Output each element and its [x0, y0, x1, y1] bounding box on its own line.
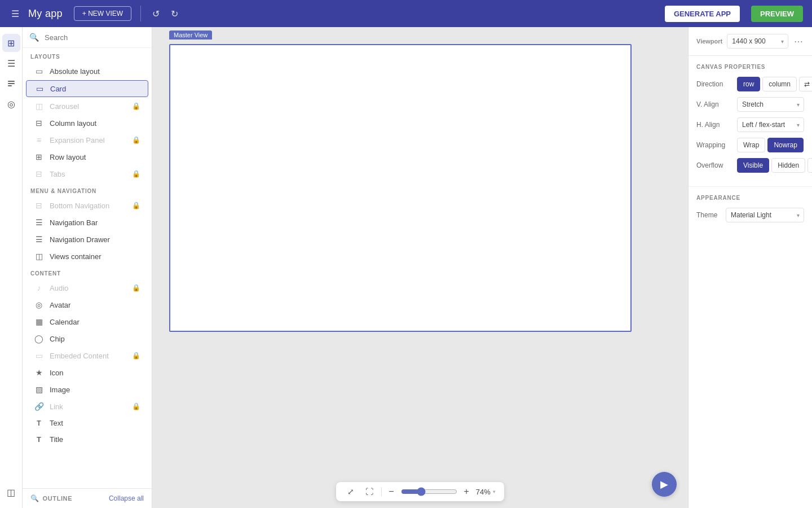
direction-row-button[interactable]: row: [737, 77, 760, 91]
search-input[interactable]: [42, 33, 145, 42]
preview-button[interactable]: PREVIEW: [751, 6, 803, 22]
redo-button[interactable]: ↻: [169, 6, 180, 21]
absolute-layout-icon: ▭: [34, 67, 44, 76]
v-align-select[interactable]: Stretch Start Center End: [737, 97, 804, 112]
component-chip[interactable]: ◯ Chip: [26, 331, 148, 347]
component-bottom-navigation: ⊟ Bottom Navigation 🔒: [26, 198, 148, 213]
master-view-label: Master View: [169, 30, 212, 40]
embedded-content-icon: ▭: [34, 351, 44, 360]
icon-bar-bottom: ◫: [2, 483, 20, 501]
card-label: Card: [50, 85, 140, 93]
component-embedded-content: ▭ Embeded Content 🔒: [26, 348, 148, 364]
right-panel: Viewport 812 x 508 1280 x 800 1920 x 10…: [688, 27, 812, 508]
component-card[interactable]: ▭ Card: [26, 80, 148, 97]
text-icon: T: [34, 419, 44, 427]
navigation-drawer-label: Navigation Drawer: [50, 235, 140, 244]
h-align-label: H. Align: [696, 121, 737, 129]
zoom-expand-button[interactable]: ⤢: [344, 486, 358, 497]
column-layout-label: Column layout: [50, 119, 140, 128]
layers-bottom-icon[interactable]: ◫: [2, 483, 20, 501]
zoom-out-button[interactable]: −: [386, 485, 396, 498]
chip-icon: ◯: [34, 334, 44, 343]
direction-label: Direction: [696, 80, 737, 88]
nowrap-button[interactable]: Nowrap: [767, 138, 803, 152]
component-image[interactable]: ▨ Image: [26, 382, 148, 397]
direction-column-button[interactable]: column: [762, 77, 797, 91]
title-label: Title: [50, 435, 140, 444]
h-align-select[interactable]: Left / flex-start Center Right / flex-en…: [737, 117, 804, 132]
image-label: Image: [50, 386, 140, 394]
menu-icon[interactable]: ☰: [9, 6, 21, 21]
generate-app-button[interactable]: GENERATE APP: [665, 6, 740, 22]
embedded-content-label: Embeded Content: [50, 352, 126, 360]
master-view-canvas[interactable]: [169, 44, 632, 332]
component-absolute-layout[interactable]: ▭ Absolute layout: [26, 63, 148, 79]
views-container-label: Views container: [50, 252, 140, 261]
icon-icon: ★: [34, 368, 44, 377]
menu-nav-section-header: MENU & NAVIGATION: [23, 182, 152, 197]
v-align-row: V. Align Stretch Start Center End ▾: [696, 97, 804, 112]
zoom-slider[interactable]: [401, 487, 457, 496]
viewport-select[interactable]: 812 x 508 1280 x 800 1920 x 1080: [727, 34, 788, 49]
component-icon[interactable]: ★ Icon: [26, 365, 148, 380]
outline-label: 🔍 OUTLINE: [30, 494, 72, 502]
theme-select[interactable]: Material Light Material Dark iOS: [726, 208, 804, 222]
direction-buttons: row column ⇄: [737, 77, 812, 91]
chip-label: Chip: [50, 335, 140, 343]
zoom-fullscreen-button[interactable]: ⛶: [362, 486, 377, 497]
component-audio: ♪ Audio 🔒: [26, 280, 148, 296]
zoom-in-button[interactable]: +: [462, 485, 471, 498]
play-button[interactable]: ▶: [652, 472, 677, 497]
topbar-divider: [140, 6, 141, 21]
direction-swap-button[interactable]: ⇄: [799, 77, 812, 91]
overflow-auto-button[interactable]: Auto: [807, 158, 812, 173]
component-expansion-panel: ≡ Expansion Panel 🔒: [26, 132, 148, 148]
tabs-label: Tabs: [50, 170, 126, 178]
zoom-value: 74% ▾: [476, 488, 496, 496]
theme-icon[interactable]: ◎: [2, 95, 20, 113]
viewport-more-button[interactable]: ⋯: [793, 35, 804, 48]
search-icon: 🔍: [29, 33, 39, 42]
wrap-button[interactable]: Wrap: [737, 138, 765, 152]
icon-label: Icon: [50, 369, 140, 377]
avatar-icon: ◎: [34, 300, 44, 309]
canvas-properties-title: CANVAS PROPERTIES: [696, 64, 804, 70]
component-carousel: ◫ Carousel 🔒: [26, 98, 148, 114]
bottom-nav-lock-icon: 🔒: [132, 202, 140, 209]
collapse-all-link[interactable]: Collapse all: [109, 494, 144, 502]
overflow-visible-button[interactable]: Visible: [737, 158, 769, 173]
undo-button[interactable]: ↺: [150, 6, 162, 21]
data-icon[interactable]: [2, 75, 20, 93]
theme-select-wrapper: Material Light Material Dark iOS ▾: [726, 208, 804, 222]
wrapping-buttons: Wrap Nowrap: [737, 138, 804, 152]
carousel-label: Carousel: [50, 102, 126, 111]
card-icon: ▭: [34, 84, 45, 93]
search-bar: 🔍: [23, 27, 152, 48]
component-column-layout[interactable]: ⊟ Column layout: [26, 115, 148, 131]
absolute-layout-label: Absolute layout: [50, 67, 140, 76]
component-calendar[interactable]: ▦ Calendar: [26, 314, 148, 330]
component-title[interactable]: T Title: [26, 432, 148, 447]
component-views-container[interactable]: ◫ Views container: [26, 248, 148, 264]
component-avatar[interactable]: ◎ Avatar: [26, 297, 148, 313]
bottom-nav-icon: ⊟: [34, 201, 44, 210]
component-navigation-bar[interactable]: ☰ Navigation Bar: [26, 214, 148, 230]
direction-row: Direction row column ⇄: [696, 77, 804, 91]
component-row-layout[interactable]: ⊞ Row layout: [26, 149, 148, 165]
expansion-panel-label: Expansion Panel: [50, 136, 126, 144]
components-icon[interactable]: ⊞: [2, 34, 20, 52]
calendar-label: Calendar: [50, 318, 140, 326]
component-text[interactable]: T Text: [26, 415, 148, 431]
bottom-nav-label: Bottom Navigation: [50, 202, 126, 210]
viewport-select-wrapper: 812 x 508 1280 x 800 1920 x 1080 ▾: [727, 34, 788, 49]
topbar: ☰ My app + NEW VIEW ↺ ↻ GENERATE APP PRE…: [0, 0, 812, 27]
overflow-hidden-button[interactable]: Hidden: [771, 158, 805, 173]
new-view-button[interactable]: + NEW VIEW: [74, 6, 131, 21]
zoom-bar: ⤢ ⛶ − + 74% ▾: [152, 475, 688, 508]
carousel-icon: ◫: [34, 102, 44, 111]
appearance-section: APPEARANCE Theme Material Light Material…: [689, 187, 812, 230]
carousel-lock-icon: 🔒: [132, 102, 140, 110]
layouts-section-header: LAYOUTS: [23, 48, 152, 63]
component-navigation-drawer[interactable]: ☰ Navigation Drawer: [26, 231, 148, 247]
layers-icon[interactable]: ☰: [2, 54, 20, 72]
